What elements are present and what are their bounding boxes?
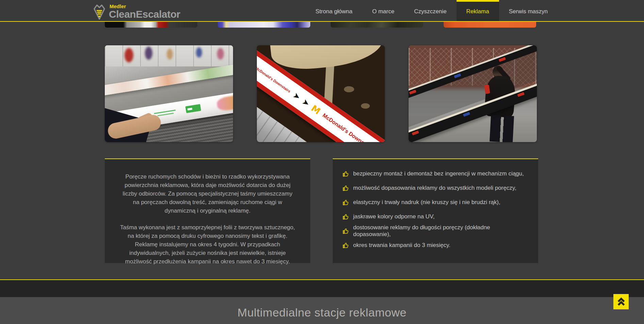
thumbs-up-icon <box>342 170 349 178</box>
handrail-ad-dash-graphic <box>499 57 506 62</box>
scroll-to-top-button[interactable] <box>613 294 629 309</box>
handrail-kids-ad-photo[interactable] <box>105 45 233 142</box>
table-graphic <box>361 103 370 109</box>
reklama-page: Medler CleanEscalator Strona główna O ma… <box>0 0 644 324</box>
arrow-right-icon: ➤ <box>301 97 311 108</box>
benefit-text: dostosowanie reklamy do długości poręczy… <box>353 224 528 238</box>
nav-item-serwis-maszyn[interactable]: Serwis maszyn <box>499 0 558 21</box>
purple-walkway-thumb[interactable] <box>218 22 310 28</box>
brand-text: Medler CleanEscalator <box>109 2 180 19</box>
footer-dark-band <box>0 280 644 297</box>
benefit-item: elastyczny i trwały nadruk (nie kruszy s… <box>342 198 528 207</box>
benefit-text: możliwość dopasowania reklamy do wszystk… <box>353 185 516 191</box>
description-paragraph-2: Taśma wykonana jest z samoprzylepnej fol… <box>120 223 295 266</box>
dark-escalator-thumb[interactable] <box>331 22 423 28</box>
content-boxes-row: Poręcze ruchomych schodów i bieżni to rz… <box>105 158 538 263</box>
man-legs-graphic <box>490 115 514 142</box>
orange-banner-thumb[interactable] <box>444 22 536 28</box>
benefit-item: bezpieczny montaż i demontaż bez ingeren… <box>342 169 528 178</box>
brand-name-medler: Medler <box>110 4 180 9</box>
benefit-item: okres trwania kampanii do 3 miesięcy. <box>342 241 528 250</box>
benefit-item: dostosowanie reklamy do długości poręczy… <box>342 227 528 235</box>
blurred-person-graphic <box>125 48 133 62</box>
description-box: Poręcze ruchomych schodów i bieżni to rz… <box>105 158 310 263</box>
blurred-person-graphic <box>196 47 202 58</box>
thumbs-up-icon <box>342 199 349 206</box>
nav-item-reklama-active[interactable]: Reklama <box>457 0 499 21</box>
kid-image-graphic <box>216 94 233 112</box>
brand-name-cleanescalator: CleanEscalator <box>109 9 180 19</box>
yellow-divider-line <box>0 279 644 280</box>
benefit-item: jaskrawe kolory odporne na UV, <box>342 212 528 221</box>
handrail-ad-dash-graphic <box>517 92 525 97</box>
double-chevron-up-icon <box>615 296 627 308</box>
benefit-text: okres trwania kampanii do 3 miesięcy. <box>353 242 450 249</box>
handrail-ad-dash-graphic <box>412 130 419 135</box>
benefit-text: elastyczny i trwały nadruk (nie kruszy s… <box>353 199 500 206</box>
green-logo-graphic <box>185 104 201 113</box>
thumbs-up-icon <box>342 242 349 249</box>
escalator-gray-red-thumb[interactable] <box>105 22 197 28</box>
man-walkway-photo[interactable] <box>409 45 537 142</box>
blurred-person-graphic <box>217 48 224 60</box>
handrail-ad-dash-graphic <box>454 73 461 78</box>
top-navigation-bar: Medler CleanEscalator Strona główna O ma… <box>0 0 644 22</box>
nav-item-o-marce[interactable]: O marce <box>362 0 404 21</box>
thumbs-up-icon <box>342 213 349 220</box>
main-nav: Strona główna O marce Czyszczenie Reklam… <box>306 0 558 21</box>
green-text-line-graphic <box>158 113 174 116</box>
benefits-list: bezpieczny montaż i demontaż bez ingeren… <box>342 169 528 250</box>
gallery-photo-row: M McDonald's Downstairs ➤ ➤ M McDonald's… <box>105 45 537 142</box>
description-paragraph-1: Poręcze ruchomych schodów i bieżni to rz… <box>120 172 295 215</box>
benefit-text: bezpieczny montaż i demontaż bez ingeren… <box>353 170 524 177</box>
benefits-box: bezpieczny montaż i demontaż bez ingeren… <box>333 158 538 263</box>
nav-item-strona-glowna[interactable]: Strona główna <box>306 0 362 21</box>
table-graphic <box>344 86 354 92</box>
blurred-person-graphic <box>145 47 152 60</box>
gallery-thumb-strip <box>105 22 537 28</box>
next-section-header: Multimedialne stacje reklamowe <box>0 297 644 324</box>
mcdonalds-band-label-small: McDonald's Downstairs <box>257 66 292 93</box>
nav-item-czyszczenie[interactable]: Czyszczenie <box>404 0 456 21</box>
far-handrail-ad-graphic <box>105 63 233 96</box>
thumbs-up-icon <box>342 185 349 192</box>
thumbs-up-icon <box>342 228 349 235</box>
blurred-person-graphic <box>167 49 173 60</box>
next-section-title: Multimedialne stacje reklamowe <box>0 297 644 319</box>
handrail-ad-dash-graphic <box>409 90 417 94</box>
arrow-right-icon: ➤ <box>292 91 302 102</box>
benefit-text: jaskrawe kolory odporne na UV, <box>353 213 434 220</box>
golden-arches-icon: M <box>310 104 322 116</box>
bee-shield-logo-icon <box>92 3 107 20</box>
benefit-item: możliwość dopasowania reklamy do wszystk… <box>342 184 528 192</box>
mcdonalds-handrail-photo[interactable]: M McDonald's Downstairs ➤ ➤ M McDonald's… <box>257 45 385 142</box>
handrail-ad-dash-graphic <box>463 112 470 117</box>
brand-logo[interactable]: Medler CleanEscalator <box>92 0 180 21</box>
